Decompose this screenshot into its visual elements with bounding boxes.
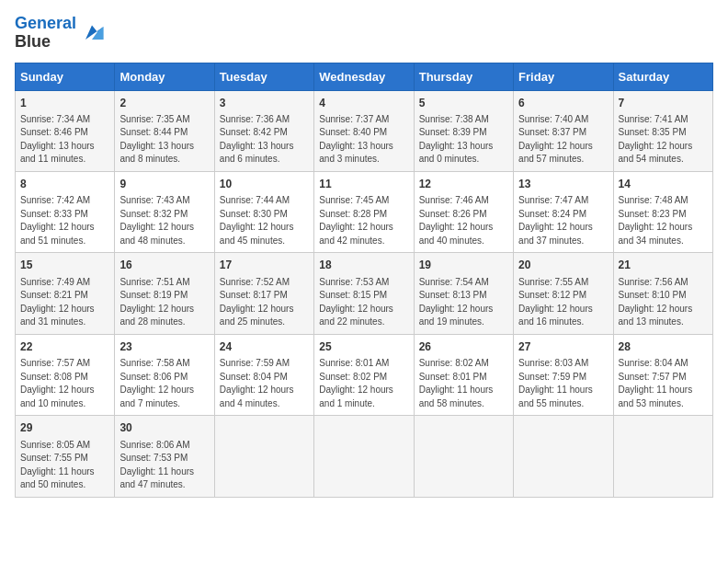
day-number: 27 xyxy=(518,339,608,355)
day-info: Sunrise: 8:06 AMSunset: 7:53 PMDaylight:… xyxy=(119,439,209,492)
page-header: GeneralBlue xyxy=(15,15,713,52)
day-number: 7 xyxy=(619,96,708,111)
day-info: Sunrise: 7:37 AMSunset: 8:40 PMDaylight:… xyxy=(319,113,408,167)
day-info: Sunrise: 7:57 AMSunset: 8:08 PMDaylight:… xyxy=(20,357,109,410)
day-number: 14 xyxy=(619,177,708,192)
weekday-header-tuesday: Tuesday xyxy=(214,63,313,90)
day-number: 24 xyxy=(220,339,309,355)
weekday-header-monday: Monday xyxy=(115,63,214,90)
calendar-cell: 16Sunrise: 7:51 AMSunset: 8:19 PMDayligh… xyxy=(115,253,214,334)
calendar-cell xyxy=(214,416,313,497)
day-info: Sunrise: 7:44 AMSunset: 8:30 PMDaylight:… xyxy=(220,194,309,247)
day-number: 23 xyxy=(119,339,209,355)
day-number: 25 xyxy=(319,339,408,355)
day-info: Sunrise: 7:47 AMSunset: 8:24 PMDaylight:… xyxy=(518,194,608,247)
calendar-cell: 19Sunrise: 7:54 AMSunset: 8:13 PMDayligh… xyxy=(414,253,513,334)
calendar-cell: 20Sunrise: 7:55 AMSunset: 8:12 PMDayligh… xyxy=(514,253,613,334)
day-number: 28 xyxy=(619,339,708,355)
day-info: Sunrise: 7:40 AMSunset: 8:37 PMDaylight:… xyxy=(518,113,608,167)
calendar-cell: 13Sunrise: 7:47 AMSunset: 8:24 PMDayligh… xyxy=(514,171,613,252)
day-info: Sunrise: 7:49 AMSunset: 8:21 PMDaylight:… xyxy=(20,276,109,329)
day-number: 1 xyxy=(20,96,109,111)
day-number: 17 xyxy=(220,258,309,273)
calendar-cell: 18Sunrise: 7:53 AMSunset: 8:15 PMDayligh… xyxy=(314,253,414,334)
calendar-cell xyxy=(613,416,712,497)
day-info: Sunrise: 7:59 AMSunset: 8:04 PMDaylight:… xyxy=(220,357,309,410)
day-info: Sunrise: 7:56 AMSunset: 8:10 PMDaylight:… xyxy=(619,276,708,329)
day-number: 21 xyxy=(619,258,708,273)
day-info: Sunrise: 7:51 AMSunset: 8:19 PMDaylight:… xyxy=(119,276,209,329)
day-number: 13 xyxy=(518,177,608,192)
calendar-cell: 3Sunrise: 7:36 AMSunset: 8:42 PMDaylight… xyxy=(214,90,313,171)
calendar-cell: 5Sunrise: 7:38 AMSunset: 8:39 PMDaylight… xyxy=(414,90,513,171)
day-info: Sunrise: 7:36 AMSunset: 8:42 PMDaylight:… xyxy=(220,113,309,167)
calendar-cell: 25Sunrise: 8:01 AMSunset: 8:02 PMDayligh… xyxy=(314,334,414,415)
calendar-cell: 15Sunrise: 7:49 AMSunset: 8:21 PMDayligh… xyxy=(16,253,115,334)
calendar-cell: 1Sunrise: 7:34 AMSunset: 8:46 PMDaylight… xyxy=(16,90,115,171)
calendar-cell: 6Sunrise: 7:40 AMSunset: 8:37 PMDaylight… xyxy=(514,90,613,171)
day-info: Sunrise: 7:52 AMSunset: 8:17 PMDaylight:… xyxy=(220,276,309,329)
week-row-4: 22Sunrise: 7:57 AMSunset: 8:08 PMDayligh… xyxy=(16,334,713,415)
day-number: 29 xyxy=(20,420,109,436)
week-row-2: 8Sunrise: 7:42 AMSunset: 8:33 PMDaylight… xyxy=(16,171,713,252)
calendar-cell: 27Sunrise: 8:03 AMSunset: 7:59 PMDayligh… xyxy=(514,334,613,415)
calendar-cell xyxy=(314,416,414,497)
calendar-cell xyxy=(414,416,513,497)
calendar-cell: 30Sunrise: 8:06 AMSunset: 7:53 PMDayligh… xyxy=(115,416,214,497)
calendar-cell: 4Sunrise: 7:37 AMSunset: 8:40 PMDaylight… xyxy=(314,90,414,171)
day-number: 5 xyxy=(419,96,508,111)
day-info: Sunrise: 8:01 AMSunset: 8:02 PMDaylight:… xyxy=(319,357,408,410)
calendar-cell: 11Sunrise: 7:45 AMSunset: 8:28 PMDayligh… xyxy=(314,171,414,252)
day-info: Sunrise: 8:05 AMSunset: 7:55 PMDaylight:… xyxy=(20,439,109,492)
calendar-cell: 26Sunrise: 8:02 AMSunset: 8:01 PMDayligh… xyxy=(414,334,513,415)
day-number: 19 xyxy=(419,258,508,273)
calendar-cell: 17Sunrise: 7:52 AMSunset: 8:17 PMDayligh… xyxy=(214,253,313,334)
day-number: 8 xyxy=(20,177,109,192)
calendar-cell: 14Sunrise: 7:48 AMSunset: 8:23 PMDayligh… xyxy=(613,171,712,252)
day-number: 4 xyxy=(319,96,408,111)
day-number: 22 xyxy=(20,339,109,355)
day-info: Sunrise: 7:46 AMSunset: 8:26 PMDaylight:… xyxy=(419,194,508,247)
weekday-header-thursday: Thursday xyxy=(414,63,513,90)
calendar-cell: 7Sunrise: 7:41 AMSunset: 8:35 PMDaylight… xyxy=(613,90,712,171)
day-number: 20 xyxy=(518,258,608,273)
day-info: Sunrise: 7:43 AMSunset: 8:32 PMDaylight:… xyxy=(119,194,209,247)
calendar-cell: 29Sunrise: 8:05 AMSunset: 7:55 PMDayligh… xyxy=(16,416,115,497)
day-number: 15 xyxy=(20,258,109,273)
day-info: Sunrise: 7:48 AMSunset: 8:23 PMDaylight:… xyxy=(619,194,708,247)
calendar-cell: 10Sunrise: 7:44 AMSunset: 8:30 PMDayligh… xyxy=(214,171,313,252)
calendar-cell: 22Sunrise: 7:57 AMSunset: 8:08 PMDayligh… xyxy=(16,334,115,415)
weekday-header-wednesday: Wednesday xyxy=(314,63,414,90)
day-number: 18 xyxy=(319,258,408,273)
day-info: Sunrise: 7:41 AMSunset: 8:35 PMDaylight:… xyxy=(619,113,708,167)
day-info: Sunrise: 8:04 AMSunset: 7:57 PMDaylight:… xyxy=(619,357,708,410)
day-number: 10 xyxy=(220,177,309,192)
calendar-cell: 21Sunrise: 7:56 AMSunset: 8:10 PMDayligh… xyxy=(613,253,712,334)
day-info: Sunrise: 7:54 AMSunset: 8:13 PMDaylight:… xyxy=(419,276,508,329)
logo: GeneralBlue xyxy=(15,15,105,52)
day-number: 6 xyxy=(518,96,608,111)
logo-text: GeneralBlue xyxy=(15,15,76,52)
weekday-header-saturday: Saturday xyxy=(613,63,712,90)
day-info: Sunrise: 7:53 AMSunset: 8:15 PMDaylight:… xyxy=(319,276,408,329)
day-number: 26 xyxy=(419,339,508,355)
day-number: 12 xyxy=(419,177,508,192)
calendar-cell: 2Sunrise: 7:35 AMSunset: 8:44 PMDaylight… xyxy=(115,90,214,171)
day-info: Sunrise: 7:35 AMSunset: 8:44 PMDaylight:… xyxy=(119,113,209,167)
calendar-cell: 23Sunrise: 7:58 AMSunset: 8:06 PMDayligh… xyxy=(115,334,214,415)
day-number: 9 xyxy=(119,177,209,192)
day-info: Sunrise: 7:55 AMSunset: 8:12 PMDaylight:… xyxy=(518,276,608,329)
day-number: 16 xyxy=(119,258,209,273)
calendar-cell xyxy=(514,416,613,497)
weekday-header-sunday: Sunday xyxy=(16,63,115,90)
day-number: 30 xyxy=(119,420,209,436)
day-info: Sunrise: 7:58 AMSunset: 8:06 PMDaylight:… xyxy=(119,357,209,410)
weekday-header-friday: Friday xyxy=(514,63,613,90)
calendar-cell: 28Sunrise: 8:04 AMSunset: 7:57 PMDayligh… xyxy=(613,334,712,415)
calendar-cell: 8Sunrise: 7:42 AMSunset: 8:33 PMDaylight… xyxy=(16,171,115,252)
day-number: 11 xyxy=(319,177,408,192)
day-info: Sunrise: 8:02 AMSunset: 8:01 PMDaylight:… xyxy=(419,357,508,410)
weekday-header-row: SundayMondayTuesdayWednesdayThursdayFrid… xyxy=(16,63,713,90)
day-info: Sunrise: 7:45 AMSunset: 8:28 PMDaylight:… xyxy=(319,194,408,247)
day-info: Sunrise: 8:03 AMSunset: 7:59 PMDaylight:… xyxy=(518,357,608,410)
